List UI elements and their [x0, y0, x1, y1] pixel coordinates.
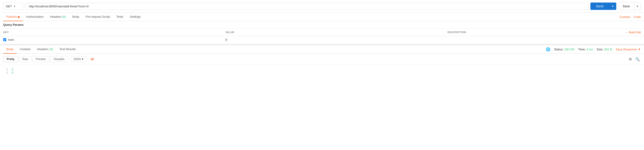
col-header-description: DESCRIPTION: [444, 28, 622, 36]
tab-params[interactable]: Params: [3, 13, 23, 21]
format-bar-right: ⧉ 🔍: [628, 56, 641, 62]
size-value: 281 B: [604, 48, 612, 51]
format-raw-button[interactable]: Raw: [19, 56, 32, 62]
save-button-group: Save ▼: [618, 2, 641, 10]
param-key-value: num: [8, 38, 14, 41]
response-tab-cookies[interactable]: Cookies: [17, 45, 34, 54]
col-header-key: KEY: [0, 28, 222, 36]
tab-authorization[interactable]: Authorization: [23, 13, 47, 21]
bulk-edit-button[interactable]: Bulk Edit: [629, 31, 641, 34]
param-desc-cell: [444, 36, 622, 44]
response-meta: 🌐 Status: 200 OK Time: 4 ms Size: 281 B …: [546, 47, 641, 52]
code-area: 1 2 1 3: [0, 65, 644, 77]
col-header-value: VALUE: [222, 28, 444, 36]
param-value-cell: 0: [222, 36, 444, 44]
globe-icon: 🌐: [546, 47, 550, 52]
tab-pre-request-script[interactable]: Pre-request Script: [82, 13, 113, 21]
send-button-group: Send ▼: [590, 2, 616, 10]
time-value: 4 ms: [586, 48, 593, 51]
format-preview-button[interactable]: Preview: [32, 56, 49, 62]
param-key-cell: num: [0, 36, 222, 44]
code-content: 1 3: [12, 68, 14, 75]
response-tabs: Body Cookies Headers (9) Test Results 🌐 …: [0, 45, 644, 54]
param-value: 0: [226, 38, 227, 41]
time-label: Time: 4 ms: [578, 48, 593, 51]
tab-settings[interactable]: Settings: [126, 13, 144, 21]
col-header-actions: ··· Bulk Edit: [622, 28, 644, 36]
tab-headers[interactable]: Headers (6): [47, 13, 69, 21]
method-label: GET: [6, 4, 12, 8]
save-response-chevron-icon: ▼: [638, 48, 641, 51]
type-chevron-icon: ▼: [81, 58, 84, 61]
type-selector[interactable]: JSON ▼: [71, 56, 86, 62]
tab-body[interactable]: Body: [69, 13, 82, 21]
code-link[interactable]: Code: [634, 15, 641, 19]
request-tabs: Params Authorization Headers (6) Body Pr…: [0, 13, 644, 21]
search-button[interactable]: 🔍: [634, 56, 641, 62]
more-options-button[interactable]: ···: [625, 30, 628, 34]
copy-button[interactable]: ⧉: [628, 56, 632, 62]
params-dot: [18, 16, 20, 18]
save-button[interactable]: Save: [618, 2, 634, 10]
url-input[interactable]: [26, 3, 588, 10]
line-numbers: 1 2: [3, 68, 8, 75]
format-bar: Pretty Raw Preview Visualize JSON ▼ ⇌ ⧉ …: [0, 54, 644, 65]
cookies-link[interactable]: Cookies: [620, 15, 630, 19]
param-actions-cell: [622, 36, 644, 44]
params-table: KEY VALUE DESCRIPTION ··· Bulk Edit num: [0, 28, 644, 44]
param-checkbox[interactable]: [3, 38, 6, 41]
wrap-icon: ⇌: [90, 57, 94, 62]
tabs-right-links: Cookies Code: [620, 15, 641, 19]
method-chevron-icon: ▼: [14, 5, 16, 7]
save-dropdown-button[interactable]: ▼: [634, 2, 640, 10]
response-tab-headers[interactable]: Headers (9): [34, 45, 56, 54]
type-selector-label: JSON: [74, 58, 81, 61]
format-visualize-button[interactable]: Visualize: [50, 56, 68, 62]
table-row: num 0: [0, 36, 644, 44]
url-bar: GET ▼ Send ▼ Save ▼: [0, 0, 644, 13]
send-button[interactable]: Send: [590, 2, 609, 10]
method-dropdown[interactable]: GET ▼: [3, 3, 24, 10]
wrap-button[interactable]: ⇌: [88, 56, 96, 63]
status-label: Status: 200 OK: [554, 48, 574, 51]
format-pretty-button[interactable]: Pretty: [3, 56, 18, 62]
send-dropdown-button[interactable]: ▼: [609, 2, 616, 10]
response-tab-test-results[interactable]: Test Results: [56, 45, 79, 54]
save-response-button[interactable]: Save Response ▼: [616, 48, 641, 51]
status-value: 200 OK: [564, 48, 574, 51]
size-label: Size: 281 B: [597, 48, 612, 51]
response-section: Body Cookies Headers (9) Test Results 🌐 …: [0, 44, 644, 77]
response-tab-body[interactable]: Body: [3, 45, 17, 54]
tab-tests[interactable]: Tests: [113, 13, 126, 21]
query-params-label: Query Params: [0, 21, 644, 28]
